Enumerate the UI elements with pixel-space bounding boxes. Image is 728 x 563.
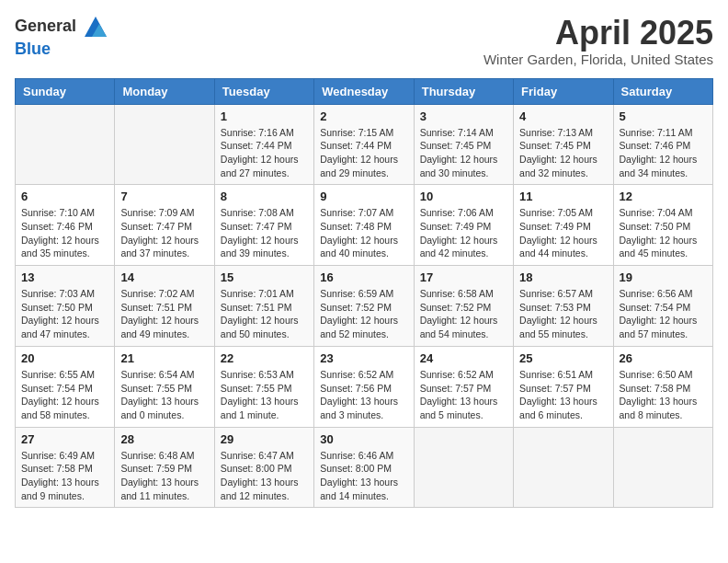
- calendar-cell: [613, 427, 712, 508]
- day-number: 8: [221, 190, 308, 203]
- calendar-table: SundayMondayTuesdayWednesdayThursdayFrid…: [15, 78, 713, 509]
- day-info: Sunrise: 6:52 AM Sunset: 7:56 PM Dayligh…: [320, 368, 407, 422]
- day-info: Sunrise: 7:16 AM Sunset: 7:44 PM Dayligh…: [221, 126, 308, 180]
- day-number: 21: [120, 351, 208, 365]
- day-info: Sunrise: 7:06 AM Sunset: 7:49 PM Dayligh…: [420, 206, 507, 260]
- day-number: 13: [21, 270, 108, 284]
- day-info: Sunrise: 7:08 AM Sunset: 7:47 PM Dayligh…: [221, 206, 308, 260]
- title-section: April 2025 Winter Garden, Florida, Unite…: [483, 15, 713, 67]
- day-number: 10: [420, 190, 507, 203]
- calendar-cell: 12Sunrise: 7:04 AM Sunset: 7:50 PM Dayli…: [613, 185, 712, 266]
- day-info: Sunrise: 6:52 AM Sunset: 7:57 PM Dayligh…: [420, 368, 507, 422]
- calendar-cell: 10Sunrise: 7:06 AM Sunset: 7:49 PM Dayli…: [414, 185, 513, 266]
- day-number: 5: [620, 109, 707, 123]
- week-row-2: 6Sunrise: 7:10 AM Sunset: 7:46 PM Daylig…: [16, 185, 713, 266]
- calendar-cell: 5Sunrise: 7:11 AM Sunset: 7:46 PM Daylig…: [613, 104, 712, 185]
- calendar-cell: 25Sunrise: 6:51 AM Sunset: 7:57 PM Dayli…: [514, 346, 613, 427]
- calendar-cell: 23Sunrise: 6:52 AM Sunset: 7:56 PM Dayli…: [314, 346, 414, 427]
- day-number: 9: [320, 190, 407, 203]
- day-number: 6: [21, 190, 108, 203]
- weekday-header-wednesday: Wednesday: [314, 78, 414, 104]
- day-number: 20: [21, 351, 108, 365]
- calendar-cell: 2Sunrise: 7:15 AM Sunset: 7:44 PM Daylig…: [314, 104, 414, 185]
- calendar-cell: 14Sunrise: 7:02 AM Sunset: 7:51 PM Dayli…: [115, 266, 214, 347]
- calendar-cell: 3Sunrise: 7:14 AM Sunset: 7:45 PM Daylig…: [414, 104, 513, 185]
- calendar-cell: 15Sunrise: 7:01 AM Sunset: 7:51 PM Dayli…: [214, 266, 313, 347]
- day-info: Sunrise: 7:07 AM Sunset: 7:48 PM Dayligh…: [320, 206, 407, 260]
- day-number: 4: [519, 109, 607, 123]
- week-row-5: 27Sunrise: 6:49 AM Sunset: 7:58 PM Dayli…: [16, 427, 713, 508]
- calendar-cell: [514, 427, 613, 508]
- day-info: Sunrise: 6:51 AM Sunset: 7:57 PM Dayligh…: [519, 368, 607, 422]
- day-info: Sunrise: 7:15 AM Sunset: 7:44 PM Dayligh…: [320, 126, 407, 180]
- calendar-cell: 7Sunrise: 7:09 AM Sunset: 7:47 PM Daylig…: [115, 185, 214, 266]
- day-number: 25: [519, 351, 607, 365]
- day-info: Sunrise: 6:55 AM Sunset: 7:54 PM Dayligh…: [21, 368, 108, 422]
- day-number: 23: [320, 351, 407, 365]
- day-number: 16: [320, 270, 407, 284]
- day-info: Sunrise: 6:58 AM Sunset: 7:52 PM Dayligh…: [420, 287, 507, 341]
- day-info: Sunrise: 7:11 AM Sunset: 7:46 PM Dayligh…: [620, 126, 707, 180]
- day-number: 19: [620, 270, 707, 284]
- day-info: Sunrise: 7:05 AM Sunset: 7:49 PM Dayligh…: [519, 206, 607, 260]
- calendar-cell: 17Sunrise: 6:58 AM Sunset: 7:52 PM Dayli…: [414, 266, 513, 347]
- day-number: 24: [420, 351, 507, 365]
- calendar-cell: 1Sunrise: 7:16 AM Sunset: 7:44 PM Daylig…: [214, 104, 313, 185]
- day-number: 22: [221, 351, 308, 365]
- day-number: 11: [519, 190, 607, 203]
- calendar-cell: 19Sunrise: 6:56 AM Sunset: 7:54 PM Dayli…: [613, 266, 712, 347]
- day-number: 17: [420, 270, 507, 284]
- calendar-cell: 9Sunrise: 7:07 AM Sunset: 7:48 PM Daylig…: [314, 185, 414, 266]
- day-info: Sunrise: 6:49 AM Sunset: 7:58 PM Dayligh…: [21, 449, 108, 503]
- month-title: April 2025: [483, 15, 713, 52]
- weekday-header-monday: Monday: [115, 78, 214, 104]
- day-info: Sunrise: 7:02 AM Sunset: 7:51 PM Dayligh…: [120, 287, 208, 341]
- logo: General Blue: [15, 15, 108, 59]
- day-info: Sunrise: 6:50 AM Sunset: 7:58 PM Dayligh…: [620, 368, 707, 422]
- day-info: Sunrise: 7:10 AM Sunset: 7:46 PM Dayligh…: [21, 206, 108, 260]
- calendar-cell: [414, 427, 513, 508]
- logo-general: General: [15, 15, 108, 40]
- weekday-header-thursday: Thursday: [414, 78, 513, 104]
- calendar-cell: 11Sunrise: 7:05 AM Sunset: 7:49 PM Dayli…: [514, 185, 613, 266]
- calendar-cell: 22Sunrise: 6:53 AM Sunset: 7:55 PM Dayli…: [214, 346, 313, 427]
- page-header: General Blue April 2025 Winter Garden, F…: [15, 15, 713, 67]
- calendar-cell: 27Sunrise: 6:49 AM Sunset: 7:58 PM Dayli…: [16, 427, 115, 508]
- day-number: 3: [420, 109, 507, 123]
- weekday-header-row: SundayMondayTuesdayWednesdayThursdayFrid…: [16, 78, 713, 104]
- calendar-cell: 21Sunrise: 6:54 AM Sunset: 7:55 PM Dayli…: [115, 346, 214, 427]
- day-number: 30: [320, 432, 407, 446]
- day-info: Sunrise: 6:57 AM Sunset: 7:53 PM Dayligh…: [519, 287, 607, 341]
- week-row-4: 20Sunrise: 6:55 AM Sunset: 7:54 PM Dayli…: [16, 346, 713, 427]
- day-info: Sunrise: 6:56 AM Sunset: 7:54 PM Dayligh…: [620, 287, 707, 341]
- day-number: 26: [620, 351, 707, 365]
- day-info: Sunrise: 6:54 AM Sunset: 7:55 PM Dayligh…: [120, 368, 208, 422]
- day-number: 12: [620, 190, 707, 203]
- day-number: 14: [120, 270, 208, 284]
- day-info: Sunrise: 6:47 AM Sunset: 8:00 PM Dayligh…: [221, 449, 308, 503]
- calendar-cell: 16Sunrise: 6:59 AM Sunset: 7:52 PM Dayli…: [314, 266, 414, 347]
- day-info: Sunrise: 6:46 AM Sunset: 8:00 PM Dayligh…: [320, 449, 407, 503]
- location: Winter Garden, Florida, United States: [483, 52, 713, 67]
- day-info: Sunrise: 6:53 AM Sunset: 7:55 PM Dayligh…: [221, 368, 308, 422]
- calendar-cell: 30Sunrise: 6:46 AM Sunset: 8:00 PM Dayli…: [314, 427, 414, 508]
- calendar-cell: 26Sunrise: 6:50 AM Sunset: 7:58 PM Dayli…: [613, 346, 712, 427]
- calendar-cell: 28Sunrise: 6:48 AM Sunset: 7:59 PM Dayli…: [115, 427, 214, 508]
- calendar-cell: 24Sunrise: 6:52 AM Sunset: 7:57 PM Dayli…: [414, 346, 513, 427]
- day-info: Sunrise: 6:59 AM Sunset: 7:52 PM Dayligh…: [320, 287, 407, 341]
- week-row-1: 1Sunrise: 7:16 AM Sunset: 7:44 PM Daylig…: [16, 104, 713, 185]
- day-number: 2: [320, 109, 407, 123]
- day-info: Sunrise: 6:48 AM Sunset: 7:59 PM Dayligh…: [120, 449, 208, 503]
- calendar-cell: 20Sunrise: 6:55 AM Sunset: 7:54 PM Dayli…: [16, 346, 115, 427]
- day-number: 18: [519, 270, 607, 284]
- calendar-cell: 13Sunrise: 7:03 AM Sunset: 7:50 PM Dayli…: [16, 266, 115, 347]
- weekday-header-tuesday: Tuesday: [214, 78, 313, 104]
- week-row-3: 13Sunrise: 7:03 AM Sunset: 7:50 PM Dayli…: [16, 266, 713, 347]
- day-number: 29: [221, 432, 308, 446]
- calendar-cell: 8Sunrise: 7:08 AM Sunset: 7:47 PM Daylig…: [214, 185, 313, 266]
- day-info: Sunrise: 7:03 AM Sunset: 7:50 PM Dayligh…: [21, 287, 108, 341]
- day-number: 15: [221, 270, 308, 284]
- weekday-header-friday: Friday: [514, 78, 613, 104]
- day-info: Sunrise: 7:14 AM Sunset: 7:45 PM Dayligh…: [420, 126, 507, 180]
- day-info: Sunrise: 7:04 AM Sunset: 7:50 PM Dayligh…: [620, 206, 707, 260]
